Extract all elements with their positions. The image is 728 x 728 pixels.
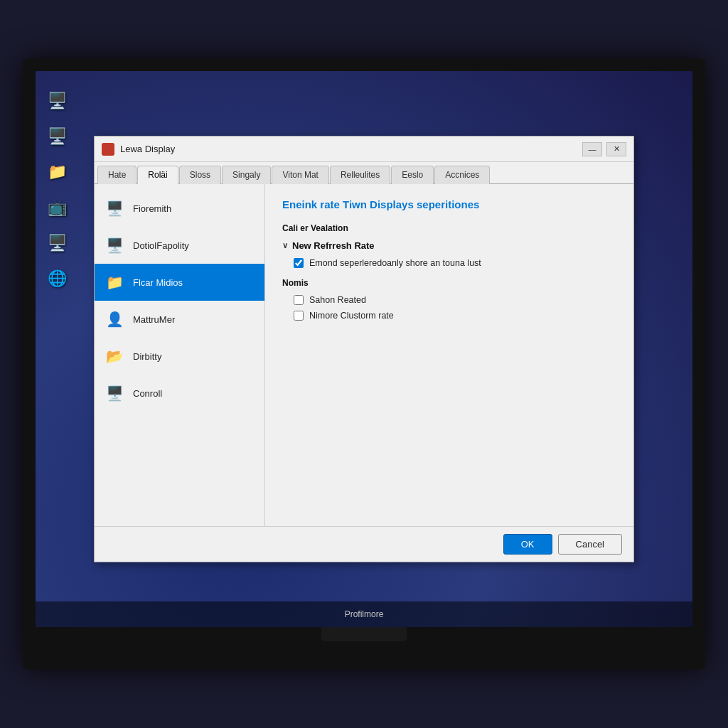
sidebar-item-mattrumer[interactable]: 👤 MattruMer (95, 301, 264, 338)
desktop-icon-1[interactable]: 🖥️ (41, 85, 73, 117)
tab-viton-mat[interactable]: Viton Mat (272, 166, 328, 184)
sidebar-label-mattru: MattruMer (133, 314, 175, 325)
tab-sloss[interactable]: Sloss (179, 166, 221, 184)
title-bar: Lewa Display — ✕ (95, 136, 633, 162)
window-controls: — ✕ (582, 142, 626, 156)
sidebar-item-dotiol-fapolity[interactable]: 🖥️ DotiolFapolity (95, 227, 264, 264)
sidebar-label-dirbitty: Dirbitty (133, 351, 161, 362)
desktop-icon-2[interactable]: 🖥️ (41, 121, 73, 152)
desktop-icon-5[interactable]: 🖥️ (41, 228, 73, 259)
conroll-icon: 🖥️ (103, 382, 126, 405)
checkbox-nimore-label: Nimore Clustorm rate (309, 311, 394, 321)
content-panel: Eneink rate Tiwn Displays seperitiones C… (265, 184, 633, 526)
content-title: Eneink rate Tiwn Displays seperitiones (282, 198, 616, 210)
refresh-rate-header[interactable]: ∨ New Refrresh Rate (282, 240, 616, 251)
checkbox-row-1: Emond seperleredoanly shore an touna lus… (294, 258, 616, 268)
tab-accnices[interactable]: Accnices (434, 166, 490, 184)
cancel-button[interactable]: Cancel (558, 534, 622, 555)
taskbar-label: Profilmore (345, 609, 384, 619)
dialog-footer: OK Cancel (95, 526, 633, 562)
desktop-icon-4[interactable]: 📺 (41, 192, 73, 223)
dialog-window: Lewa Display — ✕ Hate Roläi Sloss Singal… (94, 136, 634, 562)
nomis-section: Nomis Sahon Reated Nimore Clustorm rate (282, 278, 616, 321)
minimize-button[interactable]: — (582, 142, 602, 156)
nomis-label: Nomis (282, 278, 616, 288)
flcar-icon: 📁 (103, 271, 126, 294)
sidebar-label-fioremith: Fioremith (133, 203, 171, 214)
tab-rolai[interactable]: Roläi (137, 166, 178, 184)
desktop-icons: 🖥️ 🖥️ 📁 📺 🖥️ 🌐 (41, 85, 73, 294)
sidebar: 🖥️ Fioremith 🖥️ DotiolFapolity 📁 Flcar M… (95, 184, 265, 526)
refresh-rate-label: New Refrresh Rate (292, 240, 375, 251)
tab-hate[interactable]: Hate (97, 166, 136, 184)
sidebar-item-dirbitty[interactable]: 📂 Dirbitty (95, 338, 264, 375)
taskbar: Profilmore (36, 601, 692, 627)
window-title: Lewa Display (120, 144, 582, 154)
sidebar-item-flcar-midios[interactable]: 📁 Flcar Midios (95, 264, 264, 301)
checkbox-emond[interactable] (294, 258, 304, 268)
tab-bar: Hate Roläi Sloss Singaly Viton Mat Relle… (95, 162, 633, 184)
tab-eeslo[interactable]: Eeslo (391, 166, 434, 184)
sidebar-label-dotiol: DotiolFapolity (133, 240, 189, 251)
checkbox-row-nimore: Nimore Clustorm rate (294, 311, 616, 321)
dotiol-icon: 🖥️ (103, 234, 126, 257)
close-button[interactable]: ✕ (606, 142, 626, 156)
monitor-stand (321, 627, 407, 641)
desktop-icon-6[interactable]: 🌐 (41, 263, 73, 294)
checkbox-emond-label: Emond seperleredoanly shore an touna lus… (309, 258, 481, 268)
tab-relleulites[interactable]: Relleulites (330, 166, 390, 184)
sidebar-item-fioremith[interactable]: 🖥️ Fioremith (95, 190, 264, 227)
mattru-icon: 👤 (103, 308, 126, 331)
dirbitty-icon: 📂 (103, 345, 126, 368)
fioremith-icon: 🖥️ (103, 197, 126, 220)
sidebar-label-conroll: Conroll (133, 388, 162, 399)
chevron-icon: ∨ (282, 241, 288, 250)
dialog-body: 🖥️ Fioremith 🖥️ DotiolFapolity 📁 Flcar M… (95, 184, 633, 526)
ok-button[interactable]: OK (503, 534, 552, 555)
checkbox-row-sahon: Sahon Reated (294, 295, 616, 305)
tab-singaly[interactable]: Singaly (222, 166, 271, 184)
app-icon (102, 143, 114, 156)
caliber-label: Cali er Vealation (282, 223, 616, 233)
desktop-icon-3[interactable]: 📁 (41, 156, 73, 188)
checkbox-sahon-label: Sahon Reated (309, 295, 366, 305)
checkbox-nimore[interactable] (294, 311, 304, 321)
sidebar-item-conroll[interactable]: 🖥️ Conroll (95, 375, 264, 412)
sidebar-label-flcar: Flcar Midios (133, 277, 183, 288)
checkbox-sahon[interactable] (294, 295, 304, 305)
